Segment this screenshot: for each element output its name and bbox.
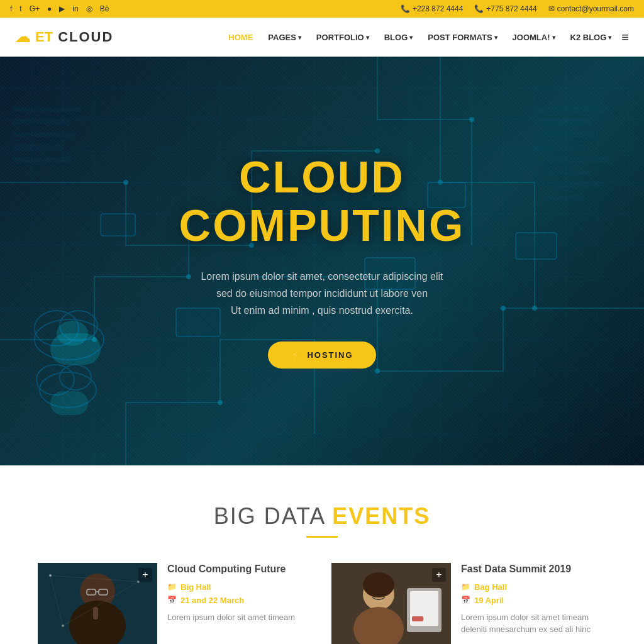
- caret-pages: ▾: [298, 34, 301, 41]
- nav-joomla[interactable]: JOOMLA! ▾: [508, 30, 560, 45]
- event-plus-icon-2: +: [432, 568, 446, 582]
- social-links: f t G+ ● ▶ in ◎ Bē: [10, 4, 109, 13]
- social-twitter[interactable]: t: [19, 4, 21, 13]
- section-title-part1: BIG DATA: [214, 503, 333, 529]
- svg-rect-64: [13, 132, 75, 137]
- event-card-1: + Cloud Computing Future 📁 Big Hall 📅 21…: [38, 563, 313, 644]
- logo-et: ET: [35, 29, 53, 45]
- svg-point-42: [469, 117, 474, 122]
- hero-subtitle: Lorem ipsum dolor sit amet, consectetur …: [108, 268, 536, 319]
- svg-rect-57: [535, 145, 585, 150]
- phone-icon: 📞: [401, 4, 410, 13]
- social-behance[interactable]: Bē: [100, 4, 109, 13]
- section-title-part2: EVENTS: [332, 503, 430, 529]
- caret-blog: ▾: [409, 34, 413, 41]
- events-grid: + Cloud Computing Future 📁 Big Hall 📅 21…: [38, 563, 606, 644]
- event-date-label-2: 19 April: [474, 596, 504, 605]
- phone1: 📞 +228 872 4444: [401, 4, 463, 13]
- section-divider: [306, 536, 338, 538]
- venue-icon-1: 📁: [167, 582, 177, 591]
- phone2: 📞 +775 872 4444: [474, 4, 536, 13]
- social-google[interactable]: G+: [30, 4, 40, 13]
- hosting-button[interactable]: ⚡ HOSTING: [268, 341, 375, 369]
- event-venue-label-2: Bag Hall: [474, 582, 507, 592]
- social-facebook[interactable]: f: [10, 4, 12, 13]
- svg-rect-89: [412, 616, 423, 621]
- svg-point-53: [60, 365, 91, 390]
- nav-links: HOME PAGES ▾ PORTFOLIO ▾ BLOG ▾ POST FOR…: [223, 30, 629, 45]
- hero-content: CLOUD COMPUTING Lorem ipsum dolor sit am…: [96, 153, 548, 369]
- email-icon: ✉: [548, 4, 555, 13]
- svg-rect-65: [13, 145, 63, 150]
- event-title-2[interactable]: Fast Data Summit 2019: [461, 563, 606, 576]
- svg-point-36: [375, 369, 380, 374]
- event-info-2: Fast Data Summit 2019 📁 Bag Hall 📅 19 Ap…: [461, 563, 606, 636]
- event-image-2[interactable]: +: [331, 563, 451, 644]
- event-venue-1: 📁 Big Hall: [167, 582, 313, 592]
- svg-rect-80: [93, 607, 98, 619]
- event-info-1: Cloud Computing Future 📁 Big Hall 📅 21 a…: [167, 563, 313, 623]
- caret-post: ▾: [494, 34, 497, 41]
- event-image-1[interactable]: +: [38, 563, 157, 644]
- bolt-icon: ⚡: [291, 350, 302, 360]
- svg-point-52: [36, 365, 74, 395]
- hamburger-icon[interactable]: ≡: [621, 30, 629, 45]
- svg-rect-63: [13, 119, 69, 125]
- section-title: BIG DATA EVENTS: [38, 503, 606, 530]
- phone2-icon: 📞: [474, 4, 484, 13]
- nav-blog[interactable]: BLOG ▾: [379, 30, 418, 45]
- event-card-2: + Fast Data Summit 2019 📁 Bag Hall 📅 19 …: [331, 563, 606, 644]
- svg-rect-60: [547, 182, 604, 187]
- event-title-1[interactable]: Cloud Computing Future: [167, 563, 313, 576]
- svg-rect-55: [535, 119, 591, 125]
- social-circle[interactable]: ◎: [86, 4, 92, 13]
- hero-section: CLOUD COMPUTING Lorem ipsum dolor sit am…: [0, 57, 644, 465]
- nav-pages[interactable]: PAGES ▾: [263, 30, 306, 45]
- event-excerpt-1: Lorem ipsum dolor sit amet timeam: [167, 611, 313, 624]
- svg-rect-58: [547, 157, 610, 162]
- event-venue-label-1: Big Hall: [180, 582, 211, 592]
- event-date-1: 📅 21 and 22 March: [167, 596, 313, 605]
- social-dot[interactable]: ●: [47, 4, 52, 13]
- event-date-label-1: 21 and 22 March: [180, 596, 244, 605]
- svg-point-51: [40, 372, 96, 408]
- nav-k2blog[interactable]: K2 BLOG ▾: [565, 30, 617, 45]
- logo-cloud: CLOUD: [58, 29, 113, 45]
- event-plus-icon-1: +: [138, 568, 152, 582]
- logo[interactable]: ☁ ET CLOUD: [15, 28, 113, 46]
- caret-portfolio: ▾: [366, 34, 369, 41]
- svg-point-86: [363, 572, 394, 597]
- logo-icon: ☁: [15, 28, 30, 46]
- social-youtube[interactable]: ▶: [59, 4, 65, 13]
- navbar: ☁ ET CLOUD HOME PAGES ▾ PORTFOLIO ▾ BLOG…: [0, 18, 644, 57]
- event-excerpt-2: Lorem ipsum dolor sit amet timeam deleni…: [461, 611, 606, 636]
- venue-icon-2: 📁: [461, 582, 470, 591]
- caret-joomla: ▾: [552, 34, 555, 41]
- event-date-2: 📅 19 April: [461, 596, 606, 605]
- hero-title: CLOUD COMPUTING: [108, 153, 536, 250]
- svg-rect-61: [547, 195, 585, 200]
- nav-portfolio[interactable]: PORTFOLIO ▾: [311, 30, 374, 45]
- svg-rect-66: [13, 157, 72, 162]
- svg-rect-62: [13, 107, 82, 112]
- svg-rect-59: [547, 170, 591, 175]
- svg-point-41: [218, 400, 223, 405]
- email: ✉ contact@yourmail.com: [548, 4, 634, 13]
- calendar-icon-1: 📅: [167, 596, 177, 604]
- svg-rect-54: [535, 107, 610, 112]
- nav-post-formats[interactable]: POST FORMATS ▾: [423, 30, 502, 45]
- calendar-icon-2: 📅: [461, 596, 470, 604]
- svg-rect-56: [535, 132, 597, 137]
- social-linkedin[interactable]: in: [72, 4, 78, 13]
- caret-k2: ▾: [608, 34, 611, 41]
- top-bar: f t G+ ● ▶ in ◎ Bē 📞 +228 872 4444 📞 +77…: [0, 0, 644, 18]
- events-section: BIG DATA EVENTS: [0, 465, 644, 644]
- contact-info: 📞 +228 872 4444 📞 +775 872 4444 ✉ contac…: [401, 4, 634, 13]
- nav-home[interactable]: HOME: [223, 30, 258, 45]
- event-venue-2: 📁 Bag Hall: [461, 582, 606, 592]
